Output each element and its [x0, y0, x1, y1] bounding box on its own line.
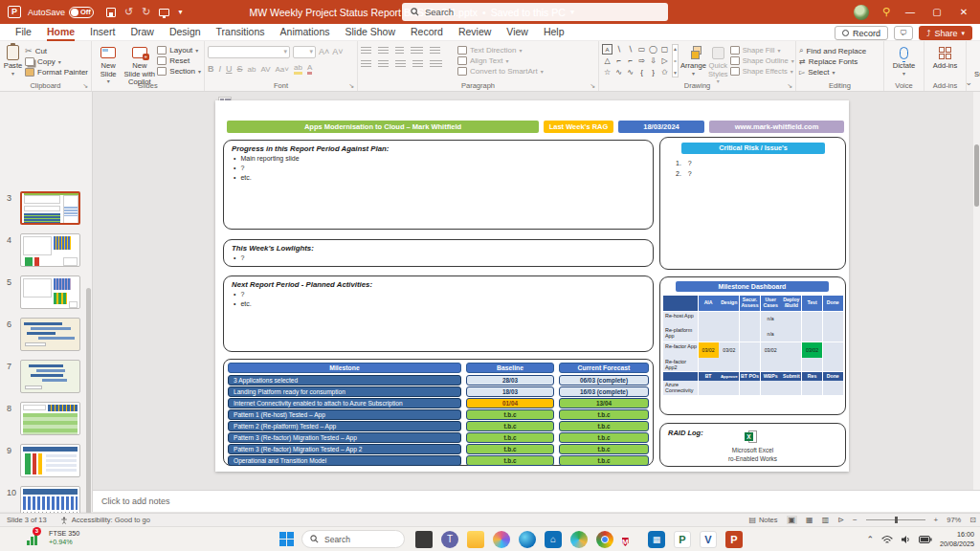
tab-draw[interactable]: Draw	[122, 24, 162, 40]
thumbnail-scrollbar[interactable]	[86, 288, 91, 551]
mcafee-icon[interactable]: M	[622, 531, 639, 548]
format-painter-button[interactable]: Format Painter	[25, 68, 88, 77]
tray-expand-icon[interactable]: ⌃	[866, 535, 874, 544]
numbering-button[interactable]	[378, 47, 389, 55]
dictate-button[interactable]: Dictate▾	[887, 44, 921, 77]
zoom-level[interactable]: 97%	[947, 516, 961, 524]
slide-thumbnail-7[interactable]	[20, 360, 80, 393]
clipboard-dialog-launcher[interactable]: ↘	[82, 82, 88, 90]
redo-icon[interactable]: ↻	[142, 6, 150, 18]
news-widget[interactable]: 3 FTSE 350+0.94%	[25, 529, 79, 547]
milestone-table[interactable]: Milestone Baseline Current Forecast 3 Ap…	[223, 359, 654, 466]
italic-button[interactable]: I	[219, 64, 222, 74]
slide-thumbnail-4[interactable]	[20, 233, 80, 267]
align-center-button[interactable]	[378, 60, 389, 69]
excel-file-icon[interactable]: X	[745, 430, 757, 444]
copilot-icon[interactable]	[493, 531, 510, 548]
wifi-icon[interactable]	[881, 535, 893, 544]
decrease-indent-button[interactable]	[395, 47, 404, 55]
collapse-ribbon-icon[interactable]: ⌄	[965, 77, 972, 87]
raid-log-box[interactable]: RAID Log: X Microsoft Excel ro-Enabled W…	[659, 423, 846, 467]
slide-sorter-view-icon[interactable]: ▦	[806, 516, 813, 524]
slide-title-bar[interactable]: Apps Modernisation to Cloud – Mark Whitf…	[227, 121, 539, 133]
tab-review[interactable]: Review	[451, 24, 499, 40]
accessibility-status[interactable]: Accessibility: Good to go	[60, 516, 150, 524]
replace-fonts-button[interactable]: ⇄Replace Fonts	[799, 57, 866, 66]
layout-button[interactable]: Layout▾	[157, 46, 201, 55]
next-period-box[interactable]: Next Report Period - Planned Activities:…	[223, 276, 654, 352]
volume-icon[interactable]	[901, 535, 911, 544]
font-size-select[interactable]: ▾	[293, 46, 316, 58]
file-explorer-icon[interactable]	[467, 531, 484, 548]
lowlights-box[interactable]: This Week's Lowlights: •?	[223, 239, 654, 267]
change-case-button[interactable]: Aa˅	[276, 65, 289, 74]
normal-view-icon[interactable]: ▣	[787, 516, 798, 524]
tab-record[interactable]: Record	[403, 24, 451, 40]
reading-view-icon[interactable]: ▥	[822, 516, 830, 524]
slideshow-view-icon[interactable]: ⊳	[837, 516, 844, 524]
undo-icon[interactable]: ↺	[124, 6, 133, 18]
taskbar-search[interactable]: Search	[301, 530, 405, 548]
highlight-color-button[interactable]: ab	[294, 63, 302, 75]
rag-bar[interactable]: Last Week's RAG	[544, 121, 613, 133]
date-bar[interactable]: 18/03/2024	[618, 121, 704, 133]
paragraph-dialog-launcher[interactable]: ↘	[590, 82, 595, 90]
critical-risk-box[interactable]: Critical Risk / Issue's 1.? 2.?	[659, 137, 846, 270]
milestone-dashboard-box[interactable]: Milestone Dashboard AIA Design Secur. As…	[659, 276, 846, 415]
quick-styles-button[interactable]: Quick Styles▾	[708, 44, 728, 85]
present-icon[interactable]	[159, 9, 169, 16]
start-button[interactable]	[279, 532, 294, 546]
bullets-button[interactable]	[361, 47, 371, 55]
task-view-icon[interactable]	[415, 531, 433, 548]
align-right-button[interactable]	[395, 60, 406, 69]
tab-file[interactable]: File	[8, 24, 39, 40]
comments-button[interactable]: 🗩	[894, 26, 913, 40]
designer-icon[interactable]	[570, 531, 588, 548]
zoom-slider[interactable]	[866, 519, 925, 520]
tab-animations[interactable]: Animations	[273, 24, 338, 40]
section-button[interactable]: Section▾	[157, 67, 201, 76]
save-icon[interactable]	[106, 8, 116, 17]
find-replace-button[interactable]: ⌕Find and Replace	[799, 46, 866, 55]
slide-thumbnail-8[interactable]	[20, 402, 80, 435]
minimize-button[interactable]: —	[903, 7, 917, 17]
progress-box[interactable]: Progress in this Report Period Against P…	[223, 140, 654, 230]
font-color-button[interactable]: A	[307, 63, 312, 75]
zoom-out-icon[interactable]: −	[853, 516, 858, 524]
paste-button[interactable]: Paste▾	[3, 44, 23, 77]
shape-outline-button[interactable]: Shape Outline▾	[730, 56, 794, 65]
zoom-in-icon[interactable]: +	[934, 516, 939, 524]
line-spacing-button[interactable]	[430, 47, 440, 55]
shape-effects-button[interactable]: Shape Effects▾	[730, 67, 794, 76]
align-text-button[interactable]: Align Text▾	[457, 56, 544, 65]
tab-insert[interactable]: Insert	[82, 24, 122, 40]
teams-icon[interactable]: T	[441, 531, 458, 548]
grow-font-button[interactable]: A˄	[319, 47, 329, 56]
arrange-button[interactable]: Arrange▾	[680, 44, 706, 77]
shrink-font-button[interactable]: A˅	[332, 47, 343, 56]
slide-thumbnail-5[interactable]	[20, 276, 80, 309]
slide-canvas[interactable]: Apps Modernisation to Cloud – Mark Whitf…	[215, 100, 849, 472]
tab-view[interactable]: View	[499, 24, 536, 40]
addins-button[interactable]: Add-ins	[928, 44, 963, 71]
convert-smartart-button[interactable]: Convert to SmartArt▾	[457, 67, 544, 76]
lightbulb-icon[interactable]: ⚲	[882, 6, 890, 18]
shape-gallery-scrollbar[interactable]: ▲=▼	[672, 44, 679, 77]
shape-gallery[interactable]: A∖∖▭◯▢ △⌐⌐⇨⇩▷ ☆∿∿{}✩	[602, 44, 670, 77]
visio-icon[interactable]: V	[700, 531, 717, 548]
project-icon[interactable]: P	[674, 531, 691, 548]
slide-thumbnail-3[interactable]	[20, 191, 80, 225]
font-name-select[interactable]: ▾	[208, 46, 290, 58]
record-button[interactable]: Record	[835, 26, 888, 40]
drawing-dialog-launcher[interactable]: ↘	[787, 82, 792, 90]
cut-button[interactable]: ✂Cut	[25, 46, 88, 55]
tab-slide-show[interactable]: Slide Show	[338, 24, 404, 40]
maximize-button[interactable]: ▢	[930, 7, 944, 17]
user-avatar[interactable]	[854, 5, 869, 20]
design-suggestions-button[interactable]: ✦ Design Suggestions	[972, 44, 980, 78]
tab-home[interactable]: Home	[39, 24, 82, 40]
search-input[interactable]: Search	[402, 3, 668, 21]
tab-help[interactable]: Help	[536, 24, 572, 40]
close-button[interactable]: ✕	[957, 7, 970, 17]
chrome-icon[interactable]	[596, 531, 613, 548]
